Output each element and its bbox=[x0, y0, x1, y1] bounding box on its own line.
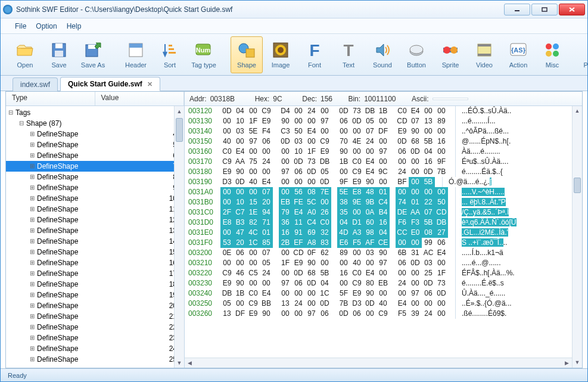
image-button[interactable]: Image bbox=[265, 36, 297, 73]
tree-item[interactable]: DefineShape15 bbox=[6, 247, 184, 257]
menu-file[interactable]: File bbox=[15, 22, 26, 30]
tree-col-value[interactable]: Value bbox=[95, 92, 185, 105]
svg-rect-8 bbox=[88, 45, 95, 49]
saveas-button[interactable]: Save As bbox=[77, 36, 109, 73]
hex-row[interactable]: 003150400097060D0300C9704E24000D685B16@.… bbox=[185, 136, 572, 147]
svg-point-33 bbox=[546, 44, 552, 49]
hex-row[interactable]: 0032000E06000700CD0F62890003906B31ACE4..… bbox=[185, 248, 572, 258]
hex-vscrollbar[interactable]: ▲ ▼ bbox=[572, 106, 582, 368]
tagtype-button[interactable]: NumTag type bbox=[188, 36, 220, 73]
chevron-down-icon[interactable]: ▼ bbox=[175, 358, 184, 368]
button-button[interactable]: Button bbox=[400, 36, 433, 73]
hex-row[interactable]: 003220C946C524000D685B16C0E4000000251FÉF… bbox=[185, 268, 572, 278]
tree-item[interactable]: DefineShape7 bbox=[6, 161, 184, 172]
chevron-up-icon[interactable]: ▲ bbox=[573, 106, 582, 116]
tree-item[interactable]: DefineShape24 bbox=[6, 343, 184, 354]
chevron-left-icon[interactable]: ◀ bbox=[185, 358, 195, 368]
tree-item[interactable]: DefineShape22 bbox=[6, 322, 184, 333]
saveas-icon bbox=[83, 41, 102, 60]
tree-item[interactable]: DefineShape8 bbox=[6, 172, 184, 182]
minimize-button[interactable] bbox=[504, 4, 530, 15]
scrollbar-thumb[interactable] bbox=[176, 118, 183, 142]
svg-point-20 bbox=[278, 47, 284, 53]
hex-row[interactable]: 0031C02FC71E9479E4A02635000AB4DEAA07CD/Ç… bbox=[185, 207, 572, 218]
close-icon[interactable]: ✕ bbox=[147, 80, 153, 88]
tree-item[interactable]: DefineShape23 bbox=[6, 333, 184, 343]
hex-row[interactable]: 00314000035EF4C350E400000007DFE9900000..… bbox=[185, 126, 572, 136]
action-icon: {AS} bbox=[509, 41, 528, 60]
preview-button[interactable]: Preview bbox=[579, 36, 588, 73]
hex-row[interactable]: 003170C9AA7524000D73DB1BC0E4000000169FÉª… bbox=[185, 157, 572, 167]
tree-col-type[interactable]: Type bbox=[6, 92, 95, 105]
tree-item[interactable]: DefineShape21 bbox=[6, 311, 184, 322]
tree-item[interactable]: DefineShape13 bbox=[6, 225, 184, 236]
hex-row[interactable]: 003230E990000097060D0400C980EB24000D73é.… bbox=[185, 278, 572, 288]
tab-index[interactable]: index.swf bbox=[13, 77, 58, 91]
sort-button[interactable]: Sort bbox=[154, 36, 186, 73]
hex-row[interactable]: 00326013DFE990000097060D0600C9F5392400.ß… bbox=[185, 309, 572, 319]
font-button[interactable]: FFont bbox=[298, 36, 331, 73]
svg-rect-29 bbox=[478, 44, 491, 46]
tree-item[interactable]: DefineShape11 bbox=[6, 204, 184, 215]
svg-rect-12 bbox=[169, 48, 174, 50]
tree-item[interactable]: DefineShape12 bbox=[6, 215, 184, 225]
header-button[interactable]: Header bbox=[120, 36, 152, 73]
hex-row[interactable]: 0032500500C9BB1324000D7BD30D40E4000000..… bbox=[185, 299, 572, 309]
tree-item[interactable]: DefineShape4 bbox=[6, 129, 184, 139]
svg-point-27 bbox=[450, 46, 458, 54]
hex-row[interactable]: 0031F053201C852BEFA883E6F5AFCE00009906S … bbox=[185, 238, 572, 248]
sprite-icon bbox=[441, 41, 460, 60]
tree-item[interactable]: DefineShape19 bbox=[6, 290, 184, 300]
shape-button[interactable]: Shape bbox=[231, 36, 263, 73]
hex-row[interactable]: 003160C0E4000000101FE990000097060D0400Àä… bbox=[185, 147, 572, 157]
tree-item[interactable]: DefineShape17 bbox=[6, 268, 184, 279]
chevron-up-icon[interactable]: ▲ bbox=[175, 106, 184, 116]
tab-quickstart[interactable]: Quick Start Guide.swf✕ bbox=[60, 77, 160, 91]
addr-label: Addr: bbox=[189, 95, 207, 103]
tree-item[interactable]: DefineShape16 bbox=[6, 257, 184, 268]
hex-row[interactable]: 0031E000474C01169169324DA39804CCE00827.G… bbox=[185, 228, 572, 238]
hex-row[interactable]: 0031A0000000070056087E5EE8480100000000..… bbox=[185, 187, 572, 197]
tree-item[interactable]: DefineShape5 bbox=[6, 139, 184, 150]
save-button[interactable]: Save bbox=[43, 36, 75, 73]
tree-item[interactable]: DefineShape10 bbox=[6, 193, 184, 204]
tree-item[interactable]: DefineShape18 bbox=[6, 279, 184, 290]
tree-scrollbar[interactable]: ▲ ▼ bbox=[174, 106, 184, 368]
svg-rect-17 bbox=[246, 49, 254, 57]
tree-item[interactable]: DefineShape6 bbox=[6, 150, 184, 161]
scrollbar-thumb[interactable] bbox=[574, 178, 581, 193]
hex-row[interactable]: 0031B000101520EBFE5C00389E9BC474012250..… bbox=[185, 197, 572, 207]
text-button[interactable]: TText bbox=[332, 36, 365, 73]
tree-item[interactable]: DefineShape25 bbox=[6, 354, 184, 365]
misc-button[interactable]: Misc bbox=[536, 36, 568, 73]
close-button[interactable] bbox=[559, 4, 585, 15]
menu-option[interactable]: Option bbox=[36, 22, 57, 30]
chevron-right-icon[interactable]: ▶ bbox=[562, 358, 572, 368]
hex-value: 9C bbox=[273, 95, 282, 103]
tree-item[interactable]: DefineShape20 bbox=[6, 300, 184, 311]
hex-row[interactable]: 00313000101FE990000097060D0500CD071389..… bbox=[185, 116, 572, 126]
hex-row[interactable]: 0031D0E8B382713611C4C004D16016F6F35BDBè³… bbox=[185, 218, 572, 228]
hex-row[interactable]: 0031200D0400C9D40024000D73DB1BC0E40000..… bbox=[185, 106, 572, 116]
hex-row[interactable]: 003210000000051FE9900000400097060D0300..… bbox=[185, 258, 572, 268]
chevron-down-icon[interactable]: ▼ bbox=[573, 358, 582, 368]
action-button[interactable]: {AS}Action bbox=[502, 36, 534, 73]
tree-item[interactable]: DefineShape9 bbox=[6, 182, 184, 193]
open-button[interactable]: Open bbox=[9, 36, 41, 73]
menu-help[interactable]: Help bbox=[67, 22, 82, 30]
floppy-icon bbox=[49, 41, 69, 60]
hex-row[interactable]: 003180E990000097060D0500C9E49C24000D7Bé.… bbox=[185, 167, 572, 177]
video-button[interactable]: Video bbox=[468, 36, 500, 73]
sprite-button[interactable]: Sprite bbox=[434, 36, 466, 73]
svg-text:F: F bbox=[309, 42, 319, 58]
tree-group-shape[interactable]: Shape (87) bbox=[6, 118, 184, 129]
maximize-button[interactable] bbox=[531, 4, 558, 15]
hex-view[interactable]: 0031200D0400C9D40024000D73DB1BC0E40000..… bbox=[185, 106, 582, 368]
hex-row[interactable]: 003240DB1BC0E40000001C5FE990000097060DÛ.… bbox=[185, 288, 572, 299]
hex-hscrollbar[interactable]: ◀ ▶ bbox=[185, 358, 572, 368]
hex-panel: Addr: 00318B Hex: 9C Dec: 156 Bin: 10011… bbox=[185, 92, 582, 368]
tree-item[interactable]: DefineShape14 bbox=[6, 236, 184, 247]
hex-row[interactable]: 003190D30D40E40000000D9FE99000BF005BÓ.@ä… bbox=[185, 177, 572, 187]
sound-button[interactable]: Sound bbox=[366, 36, 399, 73]
tree-root[interactable]: Tags bbox=[6, 107, 184, 118]
